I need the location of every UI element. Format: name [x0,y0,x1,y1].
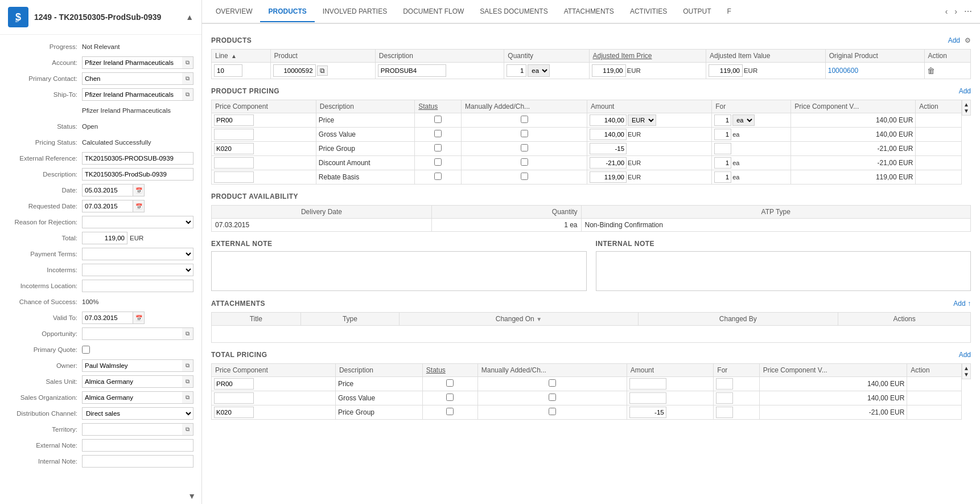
tp-manually-added-checkbox-2[interactable] [549,408,556,415]
primary-contact-input[interactable] [82,72,182,85]
ship-to-input[interactable] [82,88,182,101]
description-input[interactable] [82,168,193,181]
tabs-prev-button[interactable]: ‹ [943,6,950,17]
pp-manually-added-checkbox-1[interactable] [521,130,528,137]
ext-note-input[interactable] [82,439,193,452]
product-original-product-link[interactable]: 10000600 [828,67,858,75]
ship-to-select-button[interactable]: ⧉ [182,88,193,101]
product-adj-price-input[interactable] [592,64,626,77]
tab-output[interactable]: OUTPUT [675,2,719,22]
territory-select-button[interactable]: ⧉ [182,423,193,436]
account-input[interactable] [82,56,182,69]
internal-note-textarea[interactable] [596,251,971,291]
pp-for-qty-input-2[interactable] [714,143,731,154]
pp-manually-added-checkbox-3[interactable] [521,158,528,166]
pp-status-checkbox-0[interactable] [434,116,442,123]
sidebar-expand-bottom-button[interactable]: ▼ [188,491,196,501]
total-pricing-scroll-down-button[interactable]: ▼ [963,371,969,378]
tab-involved-parties[interactable]: INVOLVED PARTIES [315,2,395,22]
product-line-input[interactable] [214,64,242,77]
payment-terms-select[interactable] [82,248,193,260]
tab-products[interactable]: PRODUCTS [260,2,314,22]
date-picker-button[interactable]: 📅 [133,184,145,196]
pp-currency-select-0[interactable]: EUR [628,114,656,126]
account-select-button[interactable]: ⧉ [182,56,193,69]
owner-input[interactable] [82,359,182,372]
sales-unit-select-button[interactable]: ⧉ [182,375,193,388]
int-note-input[interactable] [82,455,193,468]
pricing-scroll-down-button[interactable]: ▼ [963,108,969,114]
tp-for-qty-input-1[interactable] [716,392,733,404]
pp-component-input-1[interactable] [214,129,254,140]
pp-component-input-2[interactable] [214,143,254,154]
sales-unit-input[interactable] [82,375,182,388]
tab-activities[interactable]: ACTIVITIES [622,2,675,22]
ext-ref-input[interactable] [82,152,193,165]
pp-status-checkbox-2[interactable] [434,144,442,151]
tab-attachments[interactable]: ATTACHMENTS [556,2,622,22]
pp-status-checkbox-4[interactable] [434,173,442,180]
pp-for-qty-input-3[interactable] [714,157,731,169]
primary-contact-select-button[interactable]: ⧉ [182,72,193,85]
product-quantity-unit-select[interactable]: ea [528,64,550,77]
tp-component-input-2[interactable] [214,407,254,418]
product-description-input[interactable] [378,64,446,77]
pp-for-unit-select-0[interactable]: ea [732,114,755,126]
requested-date-picker-button[interactable]: 📅 [133,200,145,212]
tp-amount-input-2[interactable] [629,407,666,418]
incoterms-select[interactable] [82,264,193,276]
tab-overview[interactable]: OVERVIEW [208,2,260,22]
tab-sales-documents[interactable]: SALES DOCUMENTS [472,2,555,22]
total-pricing-add-link[interactable]: Add [959,351,971,359]
pp-for-qty-input-1[interactable] [714,129,731,140]
product-id-select-icon[interactable]: ⧉ [317,65,328,76]
primary-quote-checkbox[interactable] [82,346,90,354]
tp-manually-added-checkbox-0[interactable] [549,379,556,387]
product-id-input[interactable] [273,64,316,77]
pp-amount-input-1[interactable] [590,129,627,140]
sales-org-select-button[interactable]: ⧉ [182,391,193,404]
pp-component-input-0[interactable] [214,114,254,126]
tabs-more-button[interactable]: ⋯ [962,6,974,17]
pp-manually-added-checkbox-4[interactable] [521,173,528,180]
requested-date-input[interactable] [82,200,133,212]
product-adj-value-input[interactable] [709,64,743,77]
date-input[interactable] [82,184,133,196]
valid-to-input[interactable] [82,312,133,324]
territory-input[interactable] [82,423,182,436]
dist-channel-select[interactable]: Direct sales [82,407,193,420]
total-input[interactable] [82,232,127,244]
pp-amount-input-4[interactable] [590,171,627,183]
product-quantity-input[interactable] [507,64,526,77]
pp-status-checkbox-3[interactable] [434,158,442,166]
tp-amount-input-1[interactable] [629,392,666,404]
product-pricing-add-link[interactable]: Add [959,87,971,95]
opportunity-input[interactable] [82,327,182,340]
tp-component-input-1[interactable] [214,392,254,404]
tp-status-checkbox-1[interactable] [446,394,454,401]
pricing-scroll-up-button[interactable]: ▲ [963,101,969,108]
tp-status-checkbox-2[interactable] [446,408,454,415]
tp-for-qty-input-0[interactable] [716,378,733,390]
tp-amount-input-0[interactable] [629,378,666,390]
product-delete-button[interactable]: 🗑 [927,66,935,75]
pp-component-input-4[interactable] [214,171,254,183]
pp-component-input-3[interactable] [214,157,254,169]
tp-status-checkbox-0[interactable] [446,379,454,387]
valid-to-picker-button[interactable]: 📅 [133,312,145,324]
tp-for-qty-input-2[interactable] [716,407,733,418]
tab-document-flow[interactable]: DOCUMENT FLOW [395,2,472,22]
pp-manually-added-checkbox-0[interactable] [521,116,528,123]
owner-select-button[interactable]: ⧉ [182,359,193,372]
pp-amount-input-2[interactable] [590,143,627,154]
tp-manually-added-checkbox-1[interactable] [549,394,556,401]
external-note-textarea[interactable] [211,251,587,291]
products-settings-icon[interactable]: ⚙ [965,36,971,44]
total-pricing-scroll-up-button[interactable]: ▲ [963,365,969,371]
tp-component-input-0[interactable] [214,378,254,390]
pp-for-qty-input-0[interactable] [714,114,731,126]
incoterms-loc-input[interactable] [82,280,193,292]
tab-f[interactable]: F [719,2,739,22]
products-add-link[interactable]: Add [948,36,960,44]
sidebar-collapse-button[interactable]: ▲ [186,13,193,22]
